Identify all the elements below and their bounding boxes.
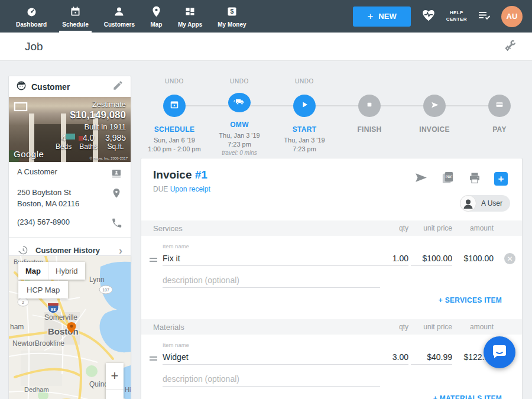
undo-omw-link[interactable]: UNDO [230, 78, 249, 88]
invoice-title-text: Invoice [153, 168, 192, 181]
schedule-step-button[interactable] [163, 95, 186, 117]
step-date-line2: 7:23 pm [219, 140, 259, 149]
step-date-line1: Thu, Jan 3 '19 [219, 131, 259, 140]
map-pin-icon [150, 5, 163, 19]
health-heart-icon[interactable] [421, 8, 436, 25]
travel-time: travel: 0 mins [222, 150, 257, 156]
add-invoice-button[interactable]: + [494, 172, 508, 186]
service-amount: $100.00 [455, 254, 494, 263]
job-settings-icon[interactable] [502, 38, 517, 55]
dollar-icon: $ [226, 5, 238, 19]
service-unit-price-input[interactable] [411, 251, 452, 266]
amount-column-header: amount [455, 224, 494, 232]
map-zoom-control: + − [106, 363, 124, 399]
step-date-line1: Thu, Jan 3 '19 [284, 136, 325, 145]
hcp-map-button[interactable]: HCP Map [18, 281, 68, 299]
step-label: INVOICE [419, 125, 449, 134]
add-material-item-link[interactable]: + MATERIALS ITEM [433, 394, 502, 399]
route-shield-2: 2 [18, 298, 28, 306]
apps-grid-icon [184, 5, 196, 19]
due-label: DUE [153, 185, 168, 193]
location-pin-icon[interactable] [111, 187, 122, 201]
sqft-stat: 3,985 Sq.ft. [105, 133, 126, 151]
undo-schedule-link[interactable]: UNDO [165, 78, 184, 90]
calendar-icon [168, 99, 180, 113]
top-nav: Dashboard Schedule Customers Map My Apps… [0, 0, 532, 33]
invoice-step-button[interactable] [423, 95, 446, 117]
invoice-number-link[interactable]: #1 [195, 168, 207, 181]
user-avatar[interactable]: AU [501, 6, 523, 27]
play-icon [299, 99, 310, 113]
item-name-label: Item name [163, 243, 189, 249]
map-widget: 107 2 93 Burlington Lynn Somerville ham … [8, 255, 131, 399]
add-service-item-link[interactable]: + SERVICES ITEM [439, 296, 502, 304]
map-label-lynn: Lynn [89, 275, 105, 284]
edit-pencil-icon[interactable] [112, 80, 124, 93]
customer-face-icon [16, 80, 27, 93]
help-line2: CENTER [446, 17, 467, 23]
material-qty-input[interactable] [373, 349, 408, 365]
baths-stat: 4.0 Baths [79, 133, 98, 151]
contact-card-icon[interactable] [111, 167, 122, 181]
drag-handle[interactable] [150, 355, 157, 362]
zestimate-value: $10,149,080 [56, 109, 126, 121]
chat-bubble-button[interactable] [484, 336, 515, 368]
step-label: FINISH [357, 125, 381, 134]
print-icon[interactable] [468, 171, 482, 187]
unit-price-column-header: unit price [411, 323, 452, 331]
finish-step-button[interactable] [358, 95, 381, 117]
nav-label: Schedule [62, 21, 88, 28]
photo-copyright: © Zillow, Inc. 2006-2017 [90, 157, 128, 160]
map-type-hybrid-button[interactable]: Hybrid [48, 262, 85, 280]
help-center-link[interactable]: HELP CENTER [446, 10, 467, 23]
service-description-input[interactable] [163, 273, 380, 288]
qty-column-header: qty [373, 224, 408, 232]
phone-icon[interactable] [111, 218, 122, 231]
service-qty-input[interactable] [373, 251, 408, 266]
services-section-title: Services [153, 224, 183, 233]
step-date-line2: 1:00 pm - 2:00 pm [148, 145, 200, 154]
plus-icon: + [367, 11, 373, 21]
credit-card-icon-button[interactable] [488, 95, 511, 117]
nav-item-my-apps[interactable]: My Apps [170, 0, 210, 33]
undo-start-link[interactable]: UNDO [295, 78, 314, 90]
qty-column-header: qty [373, 323, 408, 331]
page-bar: Job [0, 33, 532, 61]
drag-handle[interactable] [150, 256, 157, 264]
item-name-label: Item name [163, 342, 189, 348]
checklist-icon[interactable] [477, 8, 491, 25]
address-line1: 250 Boylston St [17, 188, 71, 197]
invoice-title: Invoice #1 [153, 168, 207, 181]
calendar-icon [69, 5, 82, 19]
remove-service-item-button[interactable]: ✕ [504, 253, 515, 264]
nav-item-schedule[interactable]: Schedule [54, 0, 96, 33]
map-type-map-button[interactable]: Map [18, 262, 48, 280]
map-canvas[interactable]: 107 2 93 Burlington Lynn Somerville ham … [9, 256, 131, 399]
map-label-brookline: Brookline [35, 339, 64, 348]
zoom-out-button[interactable]: − [106, 389, 124, 399]
zestimate-label: Zestimate [56, 100, 126, 109]
stop-icon [364, 99, 375, 113]
new-button[interactable]: + NEW [353, 7, 410, 27]
map-label-dedham: Dedham [24, 386, 49, 393]
omw-step-button[interactable] [228, 93, 251, 112]
material-description-input[interactable] [163, 371, 380, 387]
chat-bubble-icon [490, 342, 509, 363]
unit-price-column-header: unit price [411, 224, 452, 232]
customer-phone: (234) 567-8900 [17, 218, 70, 226]
start-step-button[interactable] [293, 95, 316, 117]
pdf-icon[interactable]: PDF [440, 170, 455, 187]
due-terms-link[interactable]: Upon receipt [170, 185, 210, 193]
nav-item-my-money[interactable]: $ My Money [210, 0, 254, 33]
material-unit-price-input[interactable] [411, 349, 452, 365]
material-item-name-input[interactable] [163, 349, 380, 365]
photo-frame-icon [14, 102, 28, 114]
nav-item-map[interactable]: Map [142, 0, 170, 33]
zoom-in-button[interactable]: + [106, 363, 124, 389]
send-invoice-icon[interactable] [413, 170, 428, 187]
assigned-user-pill[interactable]: A User [460, 195, 510, 212]
step-label: PAY [492, 125, 507, 134]
service-item-name-input[interactable] [163, 251, 380, 266]
nav-item-customers[interactable]: Customers [96, 0, 142, 33]
nav-item-dashboard[interactable]: Dashboard [8, 0, 54, 33]
